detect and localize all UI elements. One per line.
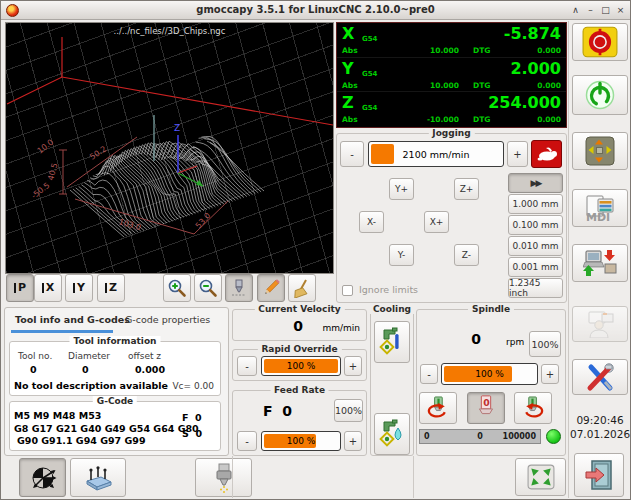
jog-increment-01mm-button[interactable]: 0.100 mm <box>508 215 563 235</box>
axis-value: -5.874 <box>504 24 561 43</box>
spindle-at-speed-led <box>546 429 561 444</box>
dro-row-z[interactable]: Z G54 254.000 Abs -10.000 DTG 0.000 <box>337 92 566 127</box>
estop-button[interactable] <box>572 23 628 61</box>
spindle-bar-max: 100000 <box>503 432 536 441</box>
jog-increment-0001mm-button[interactable]: 0.001 mm <box>508 257 563 277</box>
manual-mode-button[interactable] <box>572 132 628 170</box>
dim-z-bottom: -50.5 <box>30 181 52 201</box>
jog-speed-minus-button[interactable]: - <box>340 141 364 167</box>
view-z-button[interactable]: Z <box>97 274 125 302</box>
feed-plus-button[interactable]: + <box>344 431 362 451</box>
abs-value: 10.000 <box>397 81 459 90</box>
jog-y-plus-button[interactable]: Y+ <box>389 178 414 200</box>
dtg-label: DTG <box>473 81 491 90</box>
rapid-minus-button[interactable]: - <box>237 356 257 376</box>
show-dimensions-button[interactable] <box>257 274 285 302</box>
rapid-plus-button[interactable]: + <box>344 356 362 376</box>
jog-speed-plus-button[interactable]: + <box>507 141 528 167</box>
jog-x-plus-button[interactable]: X+ <box>424 211 449 233</box>
jog-increment-1mm-button[interactable]: 1.000 mm <box>508 194 563 214</box>
view-x-label: X <box>42 283 54 293</box>
ignore-limits-checkbox[interactable] <box>342 285 353 296</box>
minimize-button[interactable]: – <box>584 4 597 17</box>
loaded-file-label: ../../nc_files//3D_Chips.ngc <box>6 26 333 36</box>
spindle-rpm-value: 0 <box>441 331 511 347</box>
auto-mode-button[interactable] <box>572 244 628 282</box>
abs-label: Abs <box>342 115 358 124</box>
col-diameter: Diameter <box>68 351 110 361</box>
feed-reset-button[interactable]: 100% <box>334 399 363 422</box>
close-button[interactable]: × <box>614 4 627 17</box>
rapid-override-slider[interactable]: 100 % <box>261 356 341 376</box>
current-velocity-frame: Current Velocity 0 mm/min <box>232 309 367 341</box>
gremlin-preview[interactable]: 10.0 40.5 -50.5 50.2 103.0 53.0 Z ../../… <box>5 22 334 274</box>
zoom-in-icon <box>167 278 187 298</box>
ignore-limits-label: Ignore limits <box>359 284 418 295</box>
view-perspective-button[interactable]: P <box>6 274 34 302</box>
col-offset-z: offset z <box>128 351 161 361</box>
axis-letter: X <box>342 24 354 43</box>
machine-on-button[interactable] <box>572 75 628 115</box>
mist-coolant-button[interactable] <box>374 321 410 363</box>
jog-increment-continuous-button[interactable]: ▶▶ <box>508 173 563 193</box>
turtle-rabbit-toggle-button[interactable] <box>531 140 562 168</box>
spindle-left-button[interactable] <box>419 392 457 424</box>
settings-button[interactable] <box>572 359 628 395</box>
touch-off-button[interactable] <box>19 458 66 497</box>
tab-tool-info[interactable]: Tool info and G-codes <box>15 314 130 325</box>
spindle-rpm-unit: rpm <box>506 337 524 347</box>
touch-plate-icon <box>83 465 113 491</box>
jog-z-plus-button[interactable]: Z+ <box>454 178 479 200</box>
dim-edge-right: 53.0 <box>194 211 213 230</box>
mdi-icon: MDI <box>583 193 617 223</box>
run-program-icon <box>583 248 617 278</box>
flood-coolant-button[interactable] <box>374 413 410 455</box>
spindle-override-slider[interactable]: 100 % <box>441 363 538 385</box>
fullscreen-button[interactable] <box>515 458 566 496</box>
view-z-label: Z <box>105 283 117 293</box>
jog-speed-slider[interactable]: 2100 mm/min <box>368 141 504 167</box>
spindle-reset-button[interactable]: 100% <box>529 331 561 357</box>
feed-minus-button[interactable]: - <box>237 431 257 451</box>
col-tool-no: Tool no. <box>18 351 52 361</box>
dro-row-x[interactable]: X G54 -5.874 Abs 10.000 DTG 0.000 <box>337 23 566 58</box>
zoom-out-button[interactable] <box>194 274 222 302</box>
spindle-stop-button[interactable]: 0 <box>467 392 505 424</box>
maximize-button[interactable]: □ <box>599 4 612 17</box>
spindle-plus-button[interactable]: + <box>541 364 559 384</box>
show-tool-button[interactable] <box>225 274 253 302</box>
jogging-title: Jogging <box>428 128 474 138</box>
jog-z-minus-button[interactable]: Z- <box>454 244 479 266</box>
clear-plot-button[interactable] <box>288 274 316 302</box>
spindle-override-value: 100 % <box>442 364 537 384</box>
feed-override-slider[interactable]: 100 % <box>261 431 341 451</box>
tool-measure-button[interactable] <box>195 458 252 497</box>
shade-window-button[interactable]: ∧ <box>569 4 582 17</box>
current-velocity-unit: mm/min <box>322 323 360 333</box>
jog-increment-inch-button[interactable]: 1.2345 inch <box>508 278 563 298</box>
jog-y-minus-button[interactable]: Y- <box>389 244 414 266</box>
mdi-mode-button[interactable]: MDI <box>572 189 628 227</box>
dim-z-mid: 40.5 <box>46 162 59 182</box>
jog-increment-001mm-button[interactable]: 0.010 mm <box>508 236 563 256</box>
view-x-button[interactable]: X <box>34 274 62 302</box>
exit-button[interactable] <box>574 453 624 497</box>
vc-value: Vc= 0.00 <box>172 381 214 391</box>
svg-text:0: 0 <box>483 397 490 408</box>
dtg-label: DTG <box>473 46 491 55</box>
tab-gcode-properties[interactable]: G-code properties <box>125 314 210 325</box>
axis-value: 254.000 <box>488 93 561 112</box>
block-height-button[interactable] <box>70 458 126 497</box>
dro-panel[interactable]: X G54 -5.874 Abs 10.000 DTG 0.000 Y G54 … <box>336 22 567 128</box>
dim-z-top: 10.0 <box>36 138 56 156</box>
gcode-frame: G-Code M5 M9 M48 M53 G8 G17 G21 G40 G49 … <box>9 401 221 451</box>
tab-active-underline <box>11 330 113 333</box>
zoom-in-button[interactable] <box>163 274 191 302</box>
spindle-minus-button[interactable]: - <box>420 364 438 384</box>
view-y-button[interactable]: Y <box>65 274 93 302</box>
dim-edge-left: 50.2 <box>88 144 108 161</box>
active-speed: S 0 <box>182 428 202 439</box>
jog-x-minus-button[interactable]: X- <box>359 211 384 233</box>
spindle-right-button[interactable] <box>514 392 552 424</box>
dro-row-y[interactable]: Y G54 2.000 Abs 10.000 DTG 0.000 <box>337 58 566 93</box>
